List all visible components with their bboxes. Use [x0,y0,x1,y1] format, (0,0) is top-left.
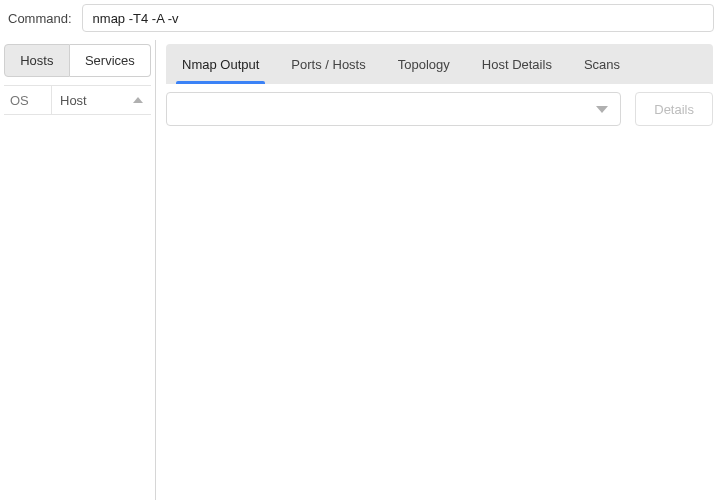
tab-nmap-output[interactable]: Nmap Output [166,44,275,84]
column-header-os[interactable]: OS [4,86,52,114]
main-area: Hosts Services OS Host Nmap Output Ports… [0,40,719,500]
tab-ports-hosts[interactable]: Ports / Hosts [275,44,381,84]
main-tab-bar: Nmap Output Ports / Hosts Topology Host … [166,44,713,84]
host-table-body [4,115,151,500]
tab-services[interactable]: Services [70,44,151,77]
column-header-host-label: Host [60,93,87,108]
host-table-header: OS Host [4,85,151,115]
chevron-down-icon [596,106,608,113]
tab-topology[interactable]: Topology [382,44,466,84]
tab-host-details[interactable]: Host Details [466,44,568,84]
details-button[interactable]: Details [635,92,713,126]
command-label: Command: [8,11,72,26]
column-header-host[interactable]: Host [52,86,151,114]
tab-hosts[interactable]: Hosts [4,44,70,77]
scan-select-dropdown[interactable] [166,92,621,126]
output-toolbar: Details [166,84,719,134]
tab-scans[interactable]: Scans [568,44,636,84]
left-tabs: Hosts Services [4,44,151,77]
right-panel: Nmap Output Ports / Hosts Topology Host … [156,40,719,500]
nmap-output-body [166,134,719,500]
sort-ascending-icon [133,97,143,103]
command-input[interactable] [82,4,714,32]
command-row: Command: [0,0,719,40]
left-panel: Hosts Services OS Host [0,40,156,500]
